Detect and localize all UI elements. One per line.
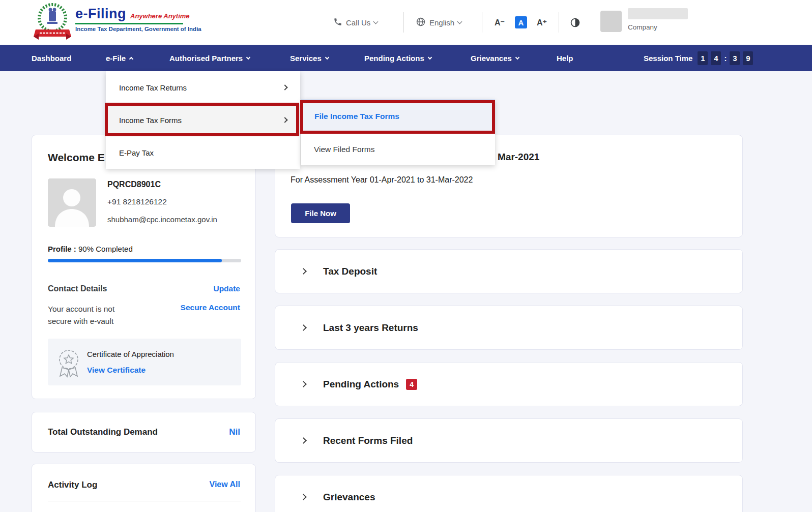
font-increase-button[interactable]: A⁺ <box>537 0 547 45</box>
activity-log-card: Activity Log View All <box>32 464 256 512</box>
chevron-up-icon <box>129 56 133 61</box>
demand-value-link[interactable]: Nil <box>229 427 240 437</box>
accordion-grievances[interactable]: Grievances <box>275 475 743 512</box>
profile-progress-track <box>48 259 241 262</box>
certificate-box: Certificate of Appreciation View Certifi… <box>48 339 241 385</box>
contrast-icon <box>570 17 581 28</box>
activity-label: Activity Log <box>48 480 97 490</box>
chevron-right-icon <box>300 437 307 444</box>
nav-pending-actions[interactable]: Pending Actions <box>364 45 431 71</box>
chevron-right-icon <box>300 494 307 500</box>
profile-completion-line: Profile : 90% Completed <box>48 245 133 253</box>
income-tax-emblem-icon <box>31 1 74 43</box>
profile-value: 90% Completed <box>78 245 133 253</box>
chevron-right-icon <box>282 84 287 90</box>
menu-item-income-tax-returns[interactable]: Income Tax Returns <box>106 71 300 104</box>
outstanding-demand-card: Total Outstanding Demand Nil <box>32 412 256 453</box>
update-link[interactable]: Update <box>213 284 240 293</box>
menu-item-label: E-Pay Tax <box>119 148 154 157</box>
session-digit: 3 <box>730 51 740 65</box>
accordion-tax-deposit[interactable]: Tax Deposit <box>275 249 743 293</box>
accordion-recent-forms-filed[interactable]: Recent Forms Filed <box>275 418 743 463</box>
filing-title-fragment: Mar-2021 <box>498 152 539 163</box>
contact-details-label: Contact Details <box>48 284 107 293</box>
menu-item-epay-tax[interactable]: E-Pay Tax <box>106 136 300 169</box>
rosette-medal-icon <box>55 347 82 378</box>
divider <box>48 501 241 501</box>
chevron-down-icon <box>325 55 329 59</box>
nav-services-label: Services <box>290 54 322 63</box>
chevron-right-icon <box>300 381 307 387</box>
font-normal-button[interactable]: A <box>515 0 527 45</box>
font-decrease-button[interactable]: A⁻ <box>495 0 505 45</box>
user-type-label: Company <box>628 23 657 31</box>
session-digit: 1 <box>698 51 708 65</box>
view-certificate-link[interactable]: View Certificate <box>87 366 146 375</box>
header-divider <box>482 12 482 33</box>
nav-efile-label: e-File <box>106 54 126 63</box>
session-timer: Session Time 1 4 : 3 9 <box>644 45 753 71</box>
submenu-item-label: File Income Tax Forms <box>314 112 399 121</box>
phone-number: +91 8218126122 <box>107 197 167 206</box>
nav-dashboard[interactable]: Dashboard <box>32 45 71 71</box>
font-normal-label: A <box>515 16 527 28</box>
profile-label: Profile : <box>48 245 76 253</box>
chevron-right-icon <box>300 324 307 331</box>
secure-account-text: Your account is not secure with e-vault <box>48 303 134 327</box>
accordion-last-3-years-returns[interactable]: Last 3 years Returns <box>275 306 743 350</box>
accordion-title: Pending Actions <box>323 379 399 390</box>
app-header: e-Filing Anywhere Anytime Income Tax Dep… <box>0 0 812 45</box>
chevron-down-icon <box>373 19 379 24</box>
person-silhouette-icon <box>48 178 96 227</box>
chevron-right-icon <box>282 117 287 123</box>
logo-title: e-Filing <box>75 6 126 22</box>
session-digit: 4 <box>711 51 721 65</box>
chevron-down-icon <box>246 55 250 59</box>
nav-grievances[interactable]: Grievances <box>471 45 519 71</box>
nav-help-label: Help <box>557 54 573 63</box>
session-time-label: Session Time <box>644 54 692 63</box>
accordion-pending-actions[interactable]: Pending Actions 4 <box>275 362 743 406</box>
session-digit: 9 <box>743 51 753 65</box>
secure-account-link[interactable]: Secure Account <box>181 303 240 312</box>
demand-label: Total Outstanding Demand <box>48 427 158 437</box>
globe-icon <box>416 17 426 28</box>
user-avatar[interactable] <box>600 11 622 32</box>
accordion-title: Tax Deposit <box>323 266 377 277</box>
nav-authorised-partners-label: Authorised Partners <box>169 54 243 63</box>
income-tax-forms-submenu: File Income Tax Forms View Filed Forms <box>301 100 495 165</box>
nav-pending-actions-label: Pending Actions <box>364 54 424 63</box>
view-all-link[interactable]: View All <box>210 480 240 489</box>
header-divider <box>559 12 559 33</box>
profile-progress-fill <box>48 259 222 262</box>
submenu-item-file-income-tax-forms[interactable]: File Income Tax Forms <box>301 100 495 133</box>
chevron-down-icon <box>515 55 519 59</box>
submenu-item-label: View Filed Forms <box>314 145 374 154</box>
nav-efile[interactable]: e-File <box>106 45 133 71</box>
certificate-title: Certificate of Appreciation <box>87 350 174 358</box>
nav-services[interactable]: Services <box>290 45 329 71</box>
menu-item-income-tax-forms[interactable]: Income Tax Forms <box>106 104 300 136</box>
nav-help[interactable]: Help <box>557 45 573 71</box>
submenu-item-view-filed-forms[interactable]: View Filed Forms <box>301 133 495 165</box>
call-us-menu[interactable]: Call Us <box>333 0 378 45</box>
email-address: shubham@cpc.incometax.gov.in <box>107 215 217 224</box>
pending-count-badge: 4 <box>406 379 417 390</box>
chevron-down-icon <box>428 55 432 59</box>
nav-authorised-partners[interactable]: Authorised Partners <box>169 45 250 71</box>
welcome-title: Welcome E <box>48 152 105 164</box>
filing-subtitle: For Assessment Year 01-Apr-2021 to 31-Ma… <box>291 175 473 185</box>
main-navbar: Dashboard e-File Authorised Partners Ser… <box>0 45 812 71</box>
language-menu[interactable]: English <box>416 0 461 45</box>
accordion-title: Recent Forms Filed <box>323 435 413 446</box>
menu-item-label: Income Tax Returns <box>119 83 187 92</box>
session-colon: : <box>724 54 727 63</box>
efiling-logo: e-Filing Anywhere Anytime Income Tax Dep… <box>75 6 201 32</box>
contrast-toggle-button[interactable] <box>570 0 581 45</box>
pan-number: PQRCD8901C <box>107 180 161 189</box>
phone-icon <box>333 17 342 28</box>
efile-dropdown-menu: Income Tax Returns Income Tax Forms E-Pa… <box>106 71 300 169</box>
accordion-title: Last 3 years Returns <box>323 322 418 334</box>
file-now-button[interactable]: File Now <box>291 203 350 223</box>
call-us-label: Call Us <box>346 18 370 27</box>
